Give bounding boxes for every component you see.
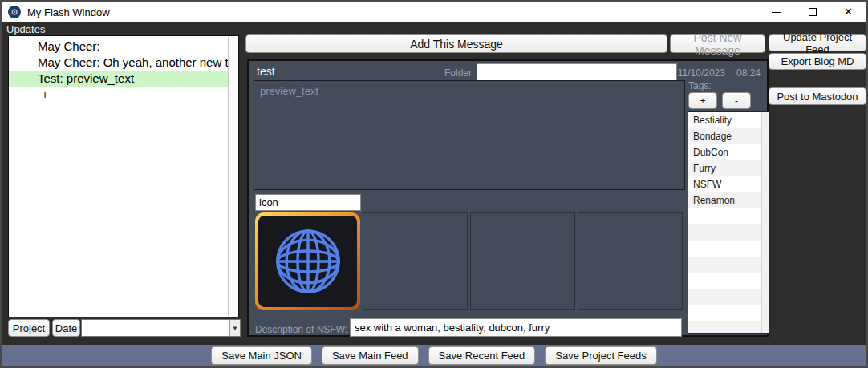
post-to-mastodon-button[interactable]: Post to Mastodon xyxy=(769,87,866,105)
maximize-icon xyxy=(809,8,817,16)
nsfw-description-label: Description of NSFW: xyxy=(255,324,347,335)
update-project-feed-button[interactable]: Update Project Feed xyxy=(769,34,866,51)
titlebar[interactable]: ⚙ My Flash Window ✕ xyxy=(2,2,866,22)
tags-list[interactable]: BestialityBondageDubConFurryNSFWRenamon xyxy=(688,111,769,334)
preview-textarea[interactable]: preview_text xyxy=(254,80,685,190)
tag-list-item[interactable]: Bestiality xyxy=(688,112,769,128)
tag-rows: BestialityBondageDubConFurryNSFWRenamon xyxy=(688,112,769,208)
bottom-save-bar: Save Main JSONSave Main FeedSave Recent … xyxy=(2,345,866,366)
update-list-item[interactable]: + xyxy=(9,87,228,103)
app-icon: ⚙ xyxy=(8,6,21,18)
globe-wireframe-icon xyxy=(258,216,357,307)
image-slot-1[interactable] xyxy=(255,212,360,310)
updates-list[interactable]: May Cheer:May Cheer: Oh yeah, another ne… xyxy=(8,35,239,317)
app-window: ⚙ My Flash Window ✕ Updates May Cheer:Ma… xyxy=(0,0,868,368)
project-filter-input[interactable] xyxy=(82,320,229,336)
save-button[interactable]: Save Main Feed xyxy=(322,346,419,365)
project-sort-button[interactable]: Project xyxy=(8,319,50,337)
tag-list-item[interactable]: NSFW xyxy=(688,176,769,192)
folder-label: Folder xyxy=(409,67,472,79)
post-new-message-button[interactable]: Post New Message xyxy=(670,34,765,53)
window-title: My Flash Window xyxy=(27,6,110,18)
updates-rows: May Cheer:May Cheer: Oh yeah, another ne… xyxy=(9,38,228,103)
save-button[interactable]: Save Main JSON xyxy=(211,346,312,365)
icon-filename-input[interactable] xyxy=(255,194,361,211)
update-list-item[interactable]: May Cheer: Oh yeah, another new trick I … xyxy=(9,55,228,71)
project-filter-combobox[interactable]: ▼ xyxy=(81,319,241,337)
tag-list-item[interactable]: Renamon xyxy=(688,192,769,208)
folder-input[interactable] xyxy=(477,63,677,81)
nsfw-description-input[interactable] xyxy=(350,318,682,337)
image-slot-2[interactable] xyxy=(363,212,468,310)
update-list-item[interactable]: Test: preview_text xyxy=(9,71,228,87)
add-this-message-button[interactable]: Add This Message xyxy=(245,34,667,53)
message-time: 08:24 xyxy=(736,67,761,79)
date-sort-button[interactable]: Date xyxy=(52,319,80,337)
maximize-button[interactable] xyxy=(794,2,830,22)
updates-scrollbar[interactable] xyxy=(228,37,237,316)
minimize-icon xyxy=(772,12,781,13)
tag-list-item[interactable]: Furry xyxy=(688,160,769,176)
save-button[interactable]: Save Recent Feed xyxy=(428,346,536,365)
message-editor-panel: test Folder 11/10/202308:24 preview_text xyxy=(247,59,769,337)
close-icon: ✕ xyxy=(844,8,853,16)
save-button[interactable]: Save Project Feeds xyxy=(545,346,656,365)
image-slot-3[interactable] xyxy=(470,212,575,310)
minimize-button[interactable] xyxy=(758,2,794,22)
updates-label: Updates xyxy=(6,23,45,35)
message-datetime: 11/10/202308:24 xyxy=(678,67,761,79)
tags-label: Tags: xyxy=(688,80,712,91)
update-list-item[interactable]: May Cheer: xyxy=(9,38,228,55)
message-title: test xyxy=(257,65,275,78)
image-slot-4[interactable] xyxy=(578,212,683,310)
image-slots xyxy=(255,212,683,310)
message-date: 11/10/2023 xyxy=(678,67,725,79)
tag-list-item[interactable]: DubCon xyxy=(688,144,769,160)
remove-tag-button[interactable]: - xyxy=(722,92,751,109)
close-button[interactable]: ✕ xyxy=(830,2,866,22)
chevron-down-icon[interactable]: ▼ xyxy=(229,320,240,336)
add-tag-button[interactable]: + xyxy=(688,92,717,109)
export-blog-md-button[interactable]: Export Blog MD xyxy=(769,53,866,70)
tags-scrollbar[interactable] xyxy=(761,112,769,333)
tag-list-item[interactable]: Bondage xyxy=(688,128,769,144)
